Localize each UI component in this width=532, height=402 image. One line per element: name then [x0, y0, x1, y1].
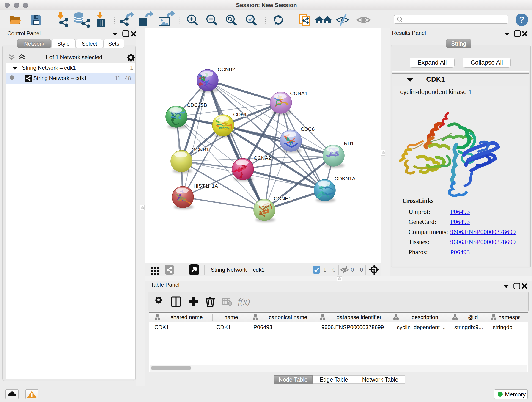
svg-text:String Network – cdk1: String Network – cdk1	[211, 267, 265, 273]
svg-text:CDC25B: CDC25B	[187, 102, 207, 108]
svg-text:CCNB2: CCNB2	[218, 66, 235, 72]
svg-text:CCNA2: CCNA2	[254, 155, 271, 161]
svg-text:CCNA1: CCNA1	[290, 90, 307, 96]
svg-text:CDC6: CDC6	[301, 126, 315, 132]
svg-text:f(x): f(x)	[238, 297, 250, 307]
svg-text:CDK1: CDK1	[233, 112, 247, 117]
svg-text:RB1: RB1	[344, 140, 354, 146]
svg-text:1 – 0: 1 – 0	[323, 267, 336, 273]
svg-text:CCNB1: CCNB1	[191, 147, 209, 153]
svg-text:HIST1H1A: HIST1H1A	[193, 183, 218, 189]
svg-text:0 – 0: 0 – 0	[351, 267, 363, 273]
svg-text:CDKN1A: CDKN1A	[335, 176, 355, 182]
svg-text:CCNE1: CCNE1	[274, 196, 291, 201]
